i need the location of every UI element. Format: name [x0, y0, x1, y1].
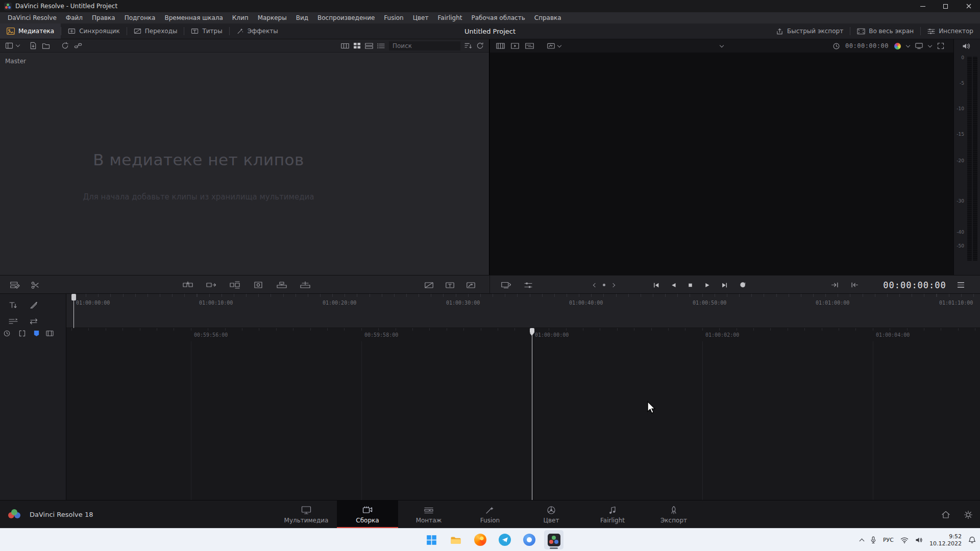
- menu-item-edit[interactable]: Правка: [87, 14, 120, 21]
- close-up-button[interactable]: [253, 281, 263, 289]
- page-tab-color[interactable]: Цвет: [521, 500, 582, 529]
- chevron-down-icon[interactable]: [928, 43, 932, 47]
- menu-item-color[interactable]: Цвет: [408, 14, 433, 21]
- volume-icon[interactable]: [915, 537, 923, 543]
- add-transition-button[interactable]: [425, 282, 433, 289]
- tray-overflow-button[interactable]: [860, 538, 865, 543]
- overview-playhead[interactable]: [74, 294, 74, 328]
- add-title-button[interactable]: [446, 282, 454, 289]
- notifications-bell-button[interactable]: [968, 536, 976, 544]
- menu-item-clip[interactable]: Клип: [228, 14, 253, 21]
- viewer-options-chevron-icon[interactable]: [720, 43, 724, 47]
- settings-gear-button[interactable]: [964, 510, 973, 519]
- play-reverse-button[interactable]: [670, 282, 677, 289]
- play-around-button[interactable]: [831, 282, 839, 288]
- wifi-icon[interactable]: [900, 537, 909, 543]
- stop-button[interactable]: [687, 282, 694, 289]
- duration-clock-icon[interactable]: [833, 43, 840, 49]
- transitions-button[interactable]: Переходы: [127, 23, 184, 39]
- source-clip-button[interactable]: [511, 43, 519, 49]
- go-to-end-button[interactable]: [721, 282, 728, 289]
- language-indicator[interactable]: РУС: [883, 537, 894, 543]
- overview-playhead-handle[interactable]: [71, 294, 76, 300]
- sync-clips-button[interactable]: [61, 42, 69, 49]
- filmstrip-view-button[interactable]: [341, 43, 349, 49]
- next-edit-button[interactable]: [611, 283, 615, 287]
- list-view-button[interactable]: [377, 43, 385, 49]
- timeline-overview-ruler[interactable]: 01:00:00:00 01:00:10:00 01:00:20:00 01:0…: [66, 294, 980, 328]
- split-clip-scissors-button[interactable]: [31, 281, 39, 289]
- timeline-adjust-button[interactable]: [524, 282, 532, 289]
- add-effect-button[interactable]: [467, 282, 475, 289]
- snap-clock-button[interactable]: [2, 329, 11, 338]
- page-tab-media[interactable]: Мультимедиа: [276, 500, 337, 529]
- selected-flag-button[interactable]: [32, 329, 41, 338]
- messenger-button[interactable]: [520, 530, 539, 549]
- menu-item-workspace[interactable]: Рабочая область: [467, 14, 530, 21]
- page-tab-fairlight[interactable]: Fairlight: [582, 500, 643, 529]
- ripple-tool-button[interactable]: [7, 315, 19, 328]
- file-explorer-button[interactable]: [446, 530, 465, 549]
- strip-view-button[interactable]: [365, 43, 373, 49]
- viewer-panel[interactable]: 00:00:00:00: [490, 39, 953, 275]
- microphone-indicator-icon[interactable]: [870, 536, 876, 544]
- start-button[interactable]: [422, 530, 441, 549]
- tool-dropdown-button[interactable]: [547, 43, 561, 49]
- sort-button[interactable]: [464, 42, 472, 49]
- quick-export-button[interactable]: Быстрый экспорт: [769, 23, 850, 39]
- menu-item-file[interactable]: Файл: [61, 14, 87, 21]
- search-input[interactable]: [389, 41, 460, 51]
- fullscreen-button[interactable]: Во весь экран: [850, 23, 920, 39]
- film-track-button[interactable]: [45, 329, 54, 338]
- place-on-top-button[interactable]: [277, 281, 287, 289]
- timeline-options-button[interactable]: [958, 282, 964, 287]
- menu-item-markers[interactable]: Маркеры: [253, 14, 291, 21]
- effects-button[interactable]: Эффекты: [230, 23, 285, 39]
- bin-display-button[interactable]: [5, 42, 19, 49]
- go-to-start-button[interactable]: [652, 282, 660, 289]
- text-tool-button[interactable]: [7, 299, 19, 311]
- page-tab-fusion[interactable]: Fusion: [459, 500, 521, 529]
- media-pool-button[interactable]: Медиатека: [0, 23, 61, 39]
- firefox-button[interactable]: [471, 530, 490, 549]
- menu-item-help[interactable]: Справка: [530, 14, 566, 21]
- source-overwrite-button[interactable]: [300, 281, 310, 289]
- clip-review-button[interactable]: [501, 282, 511, 289]
- close-button[interactable]: [957, 0, 980, 12]
- menu-item-playback[interactable]: Воспроизведение: [313, 14, 379, 21]
- viewer-display-area[interactable]: [490, 53, 953, 275]
- timeline-track-area[interactable]: 00:59:56:00 00:59:58:00 01:00:00:00 01:0…: [66, 328, 980, 500]
- menu-item-fusion[interactable]: Fusion: [379, 14, 408, 21]
- menu-item-trim[interactable]: Подгонка: [120, 14, 160, 21]
- page-tab-cut[interactable]: Сборка: [337, 500, 398, 529]
- telegram-button[interactable]: [495, 530, 514, 549]
- thumbnail-view-button[interactable]: [353, 42, 361, 49]
- menu-item-fairlight[interactable]: Fairlight: [433, 14, 467, 21]
- sync-bin-button[interactable]: Синхроящик: [61, 23, 127, 39]
- loop-button[interactable]: [739, 281, 747, 289]
- ripple-overwrite-button[interactable]: [230, 281, 240, 289]
- timeline-tools-button[interactable]: [10, 281, 20, 289]
- maximize-button[interactable]: [934, 0, 957, 12]
- previous-edit-button[interactable]: [593, 283, 597, 287]
- swap-tool-button[interactable]: [28, 315, 40, 328]
- davinci-resolve-taskbar-button[interactable]: [544, 530, 564, 549]
- import-media-button[interactable]: [30, 42, 37, 49]
- timeline-view-button[interactable]: [525, 43, 534, 49]
- pen-tool-button[interactable]: [28, 299, 40, 311]
- append-button[interactable]: [206, 281, 216, 289]
- in-out-brackets-button[interactable]: [17, 329, 27, 338]
- play-button[interactable]: [704, 282, 710, 289]
- page-tab-deliver[interactable]: Экспорт: [643, 500, 704, 529]
- menu-item-davinci-resolve[interactable]: DaVinci Resolve: [3, 14, 61, 21]
- menu-item-view[interactable]: Вид: [291, 14, 313, 21]
- smart-insert-button[interactable]: [183, 281, 193, 289]
- inspector-button[interactable]: Инспектор: [921, 23, 980, 39]
- source-tape-button[interactable]: [496, 43, 505, 49]
- camera-color-icon[interactable]: [894, 43, 901, 49]
- relink-button[interactable]: [74, 42, 82, 49]
- titles-button[interactable]: Титры: [184, 23, 229, 39]
- chevron-down-icon[interactable]: [906, 43, 910, 47]
- speaker-icon[interactable]: [962, 42, 971, 50]
- import-folder-button[interactable]: [42, 42, 50, 49]
